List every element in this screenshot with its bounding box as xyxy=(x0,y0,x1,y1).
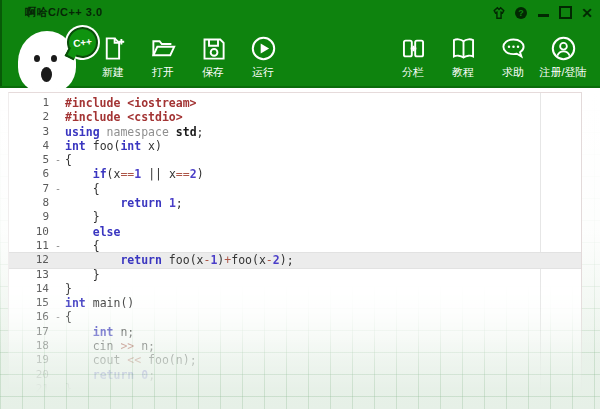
fold-marker-icon[interactable]: - xyxy=(51,182,65,196)
code-text: if(x==1 || x==2) xyxy=(65,167,204,181)
code-line[interactable]: 7- { xyxy=(9,182,581,196)
button-label: 打开 xyxy=(152,65,174,80)
code-line[interactable]: 19 cout << foo(n); xyxy=(9,353,581,367)
code-line[interactable]: 16-{ xyxy=(9,310,581,324)
code-line[interactable]: 5-{ xyxy=(9,153,581,167)
maximize-icon[interactable] xyxy=(556,4,574,22)
register-login-icon xyxy=(550,35,577,62)
button-label: 保存 xyxy=(202,65,224,80)
fold-column xyxy=(51,368,65,382)
code-line-current[interactable]: 12 return foo(x-1)+foo(x-2); xyxy=(9,253,581,267)
code-line[interactable]: 20 return 0; xyxy=(9,368,581,382)
button-label: 运行 xyxy=(252,65,274,80)
fold-column xyxy=(51,382,65,396)
code-line[interactable]: 15int main() xyxy=(9,296,581,310)
line-number: 16 xyxy=(9,310,51,324)
code-line[interactable]: 6 if(x==1 || x==2) xyxy=(9,167,581,181)
fold-column xyxy=(51,139,65,153)
tutorial-button[interactable]: 教程 xyxy=(438,35,488,80)
code-text: { xyxy=(65,239,100,253)
minimize-icon[interactable] xyxy=(534,4,552,22)
shirt-skin-icon[interactable] xyxy=(490,4,508,22)
fold-column xyxy=(51,339,65,353)
ask-help-button[interactable]: 求助 xyxy=(488,35,538,80)
code-line[interactable]: 21} xyxy=(9,382,581,396)
help-bubble-icon xyxy=(500,35,527,62)
code-text: } xyxy=(65,282,72,296)
title-bar: 啊哈C/C++ 3.0 ? ✕ xyxy=(0,0,600,25)
fold-column xyxy=(51,167,65,181)
fold-marker-icon[interactable]: - xyxy=(51,239,65,253)
open-folder-icon xyxy=(150,35,177,62)
save-button[interactable]: 保存 xyxy=(188,35,238,80)
button-label: 教程 xyxy=(452,65,474,80)
code-text: cout << foo(n); xyxy=(65,353,197,367)
help-icon[interactable]: ? xyxy=(512,4,530,22)
line-number: 7 xyxy=(9,182,51,196)
fold-column xyxy=(51,125,65,139)
code-line[interactable]: 3using namespace std; xyxy=(9,125,581,139)
run-button[interactable]: 运行 xyxy=(238,35,288,80)
window-controls: ? ✕ xyxy=(490,0,596,25)
toolbar: 新建 打开 保存 xyxy=(0,27,600,87)
code-line[interactable]: 14} xyxy=(9,282,581,296)
split-columns-icon xyxy=(400,35,427,62)
code-line[interactable]: 13 } xyxy=(9,268,581,282)
fold-column xyxy=(51,96,65,110)
code-text: int n; xyxy=(65,325,134,339)
fold-column xyxy=(51,268,65,282)
line-number: 1 xyxy=(9,96,51,110)
code-text: } xyxy=(65,382,72,396)
code-line[interactable]: 1#include <iostream> xyxy=(9,96,581,110)
window-title: 啊哈C/C++ 3.0 xyxy=(25,5,103,20)
code-editor[interactable]: 1#include <iostream>2#include <cstdio>3u… xyxy=(8,92,582,402)
line-number: 6 xyxy=(9,167,51,181)
code-text: { xyxy=(65,310,72,324)
code-line[interactable]: 17 int n; xyxy=(9,325,581,339)
code-text: return 1; xyxy=(65,196,183,210)
open-file-button[interactable]: 打开 xyxy=(138,35,188,80)
line-number: 18 xyxy=(9,339,51,353)
close-icon[interactable]: ✕ xyxy=(578,4,596,22)
code-text: int main() xyxy=(65,296,134,310)
save-icon xyxy=(200,35,227,62)
fold-column xyxy=(51,110,65,124)
code-line[interactable]: 8 return 1; xyxy=(9,196,581,210)
code-text: return foo(x-1)+foo(x-2); xyxy=(65,253,294,267)
code-text: } xyxy=(65,268,100,282)
fold-column xyxy=(51,210,65,224)
toolbar-left-group: 新建 打开 保存 xyxy=(88,35,288,80)
code-text: { xyxy=(65,182,100,196)
code-line[interactable]: 11- { xyxy=(9,239,581,253)
code-text: cin >> n; xyxy=(65,339,155,353)
register-login-button[interactable]: 注册/登陆 xyxy=(538,35,588,80)
toolbar-right-group: 分栏 教程 求助 xyxy=(388,35,588,80)
code-text: } xyxy=(65,210,100,224)
code-line[interactable]: 9 } xyxy=(9,210,581,224)
button-label: 求助 xyxy=(502,65,524,80)
fold-column xyxy=(51,225,65,239)
line-number: 13 xyxy=(9,268,51,282)
run-icon xyxy=(250,35,277,62)
fold-column xyxy=(51,196,65,210)
split-columns-button[interactable]: 分栏 xyxy=(388,35,438,80)
code-line[interactable]: 18 cin >> n; xyxy=(9,339,581,353)
new-file-button[interactable]: 新建 xyxy=(88,35,138,80)
code-line[interactable]: 10 else xyxy=(9,225,581,239)
button-label: 注册/登陆 xyxy=(539,65,586,80)
code-text: return 0; xyxy=(65,368,155,382)
fold-marker-icon[interactable]: - xyxy=(51,310,65,324)
code-text: int foo(int x) xyxy=(65,139,162,153)
line-number: 3 xyxy=(9,125,51,139)
code-text: #include <iostream> xyxy=(65,96,197,110)
button-label: 新建 xyxy=(102,65,124,80)
line-number: 11 xyxy=(9,239,51,253)
line-number: 2 xyxy=(9,110,51,124)
line-number: 9 xyxy=(9,210,51,224)
line-number: 21 xyxy=(9,382,51,396)
code-line[interactable]: 4int foo(int x) xyxy=(9,139,581,153)
fold-marker-icon[interactable]: - xyxy=(51,153,65,167)
line-number: 8 xyxy=(9,196,51,210)
line-number: 10 xyxy=(9,225,51,239)
code-line[interactable]: 2#include <cstdio> xyxy=(9,110,581,124)
